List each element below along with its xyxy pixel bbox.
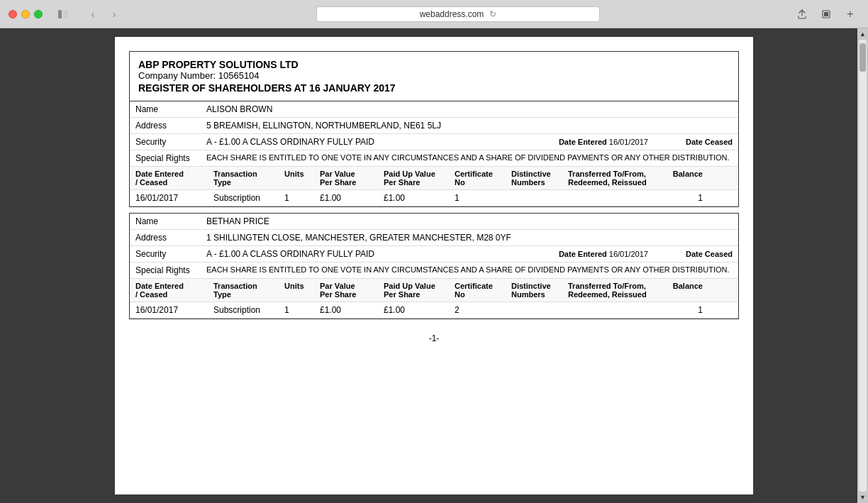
col-header-parval-2: Par ValuePer Share (320, 282, 384, 299)
date-entered-label-2: Date Entered (559, 250, 607, 258)
document-header: ABP PROPERTY SOLUTIONS LTD Company Numbe… (129, 51, 739, 101)
cell-date-1-1: 16/01/2017 (135, 193, 213, 203)
shareholder-section-2: Name BETHAN PRICE Address 1 SHILLINGTEN … (129, 213, 739, 319)
browser-chrome: ‹ › webaddress.com ↻ + (0, 0, 868, 28)
page-number: -1- (129, 333, 739, 343)
special-rights-label-2: Special Rights (135, 265, 206, 275)
date-entered-label-1: Date Entered (559, 138, 607, 146)
col-header-paidval-2: Paid Up ValuePer Share (384, 282, 455, 299)
cell-units-1-1: 1 (284, 193, 320, 203)
company-name: ABP PROPERTY SOLUTIONS LTD (138, 59, 730, 70)
new-tab-button[interactable] (817, 8, 835, 21)
company-number-label: Company Number: (138, 70, 216, 81)
address-value-1: 5 BREAMISH, ELLINGTON, NORTHUMBERLAND, N… (206, 121, 733, 131)
special-rights-row-1: Special Rights EACH SHARE IS ENTITLED TO… (130, 150, 738, 167)
nav-buttons: ‹ › (84, 8, 123, 21)
traffic-lights (9, 10, 43, 18)
col-header-transferred-1: Transferred To/From,Redeemed, Reissued (568, 170, 660, 187)
forward-button[interactable]: › (105, 8, 123, 21)
date-entered-value-1: 16/01/2017 (609, 138, 648, 146)
address-bar-container: webaddress.com ↻ (129, 6, 787, 22)
col-header-parval-1: Par ValuePer Share (320, 170, 384, 187)
share-button[interactable] (793, 8, 811, 21)
browser-actions: + (793, 8, 859, 21)
cell-parval-2-1: £1.00 (320, 305, 384, 315)
table-header-1: Date Entered/ Ceased TransactionType Uni… (130, 167, 738, 190)
add-tab-button[interactable]: + (841, 8, 859, 21)
name-row-2: Name BETHAN PRICE (130, 214, 738, 230)
back-button[interactable]: ‹ (84, 8, 102, 21)
scrollbar[interactable]: ▲ ▼ (857, 28, 868, 503)
security-label-2: Security (135, 249, 206, 259)
scroll-thumb[interactable] (859, 43, 866, 72)
address-bar[interactable]: webaddress.com ↻ (316, 6, 600, 22)
cell-distinct-1-1 (511, 193, 568, 203)
scroll-track[interactable] (859, 40, 867, 492)
register-title: REGISTER OF SHAREHOLDERS AT 16 JANUARY 2… (138, 82, 730, 94)
col-header-date-2: Date Entered/ Ceased (135, 282, 213, 299)
cell-paidval-1-1: £1.00 (384, 193, 455, 203)
maximize-button[interactable] (34, 10, 43, 18)
col-header-date-1: Date Entered/ Ceased (135, 170, 213, 187)
special-rights-row-2: Special Rights EACH SHARE IS ENTITLED TO… (130, 262, 738, 279)
cell-cert-2-1: 2 (455, 305, 511, 315)
security-row-1: Security A - £1.00 A CLASS ORDINARY FULL… (130, 134, 738, 150)
date-entered-group-1: Date Entered 16/01/2017 Date Ceased (559, 138, 733, 146)
cell-cert-1-1: 1 (455, 193, 511, 203)
svg-rect-0 (58, 10, 62, 18)
special-rights-text-2: EACH SHARE IS ENTITLED TO ONE VOTE IN AN… (206, 265, 733, 274)
cell-transferred-1-1 (568, 193, 660, 203)
address-label-1: Address (135, 121, 206, 131)
col-header-cert-2: CertificateNo (455, 282, 511, 299)
address-row-1: Address 5 BREAMISH, ELLINGTON, NORTHUMBE… (130, 118, 738, 134)
col-header-cert-1: CertificateNo (455, 170, 511, 187)
data-row-1-1: 16/01/2017 Subscription 1 £1.00 £1.00 1 … (130, 190, 738, 206)
date-entered-group-2: Date Entered 16/01/2017 Date Ceased (559, 250, 733, 258)
col-header-transferred-2: Transferred To/From,Redeemed, Reissued (568, 282, 660, 299)
page-area: ABP PROPERTY SOLUTIONS LTD Company Numbe… (0, 28, 868, 503)
col-header-distinct-1: DistinctiveNumbers (511, 170, 568, 187)
address-value-2: 1 SHILLINGTEN CLOSE, MANCHESTER, GREATER… (206, 233, 733, 243)
name-value-1: ALISON BROWN (206, 104, 733, 114)
security-value-2: A - £1.00 A CLASS ORDINARY FULLY PAID (206, 249, 559, 259)
scroll-down-arrow[interactable]: ▼ (859, 493, 867, 502)
date-entered-value-2: 16/01/2017 (609, 250, 648, 258)
col-header-trans-1: TransactionType (213, 170, 284, 187)
data-row-2-1: 16/01/2017 Subscription 1 £1.00 £1.00 2 … (130, 302, 738, 319)
reload-icon[interactable]: ↻ (489, 9, 496, 19)
col-header-distinct-2: DistinctiveNumbers (511, 282, 568, 299)
name-label-1: Name (135, 104, 206, 114)
col-header-balance-2: Balance (660, 282, 703, 299)
sidebar-toggle-button[interactable] (54, 8, 72, 21)
special-rights-text-1: EACH SHARE IS ENTITLED TO ONE VOTE IN AN… (206, 153, 733, 162)
scroll-up-arrow[interactable]: ▲ (859, 30, 867, 38)
cell-paidval-2-1: £1.00 (384, 305, 455, 315)
col-header-units-1: Units (284, 170, 320, 187)
col-header-trans-2: TransactionType (213, 282, 284, 299)
cell-trans-1-1: Subscription (213, 193, 284, 203)
cell-balance-2-1: 1 (660, 305, 703, 315)
cell-trans-2-1: Subscription (213, 305, 284, 315)
col-header-paidval-1: Paid Up ValuePer Share (384, 170, 455, 187)
cell-date-2-1: 16/01/2017 (135, 305, 213, 315)
close-button[interactable] (9, 10, 17, 18)
company-number: Company Number: 10565104 (138, 70, 730, 81)
date-ceased-label-2: Date Ceased (686, 250, 733, 258)
company-number-value: 10565104 (218, 70, 260, 81)
cell-distinct-2-1 (511, 305, 568, 315)
cell-transferred-2-1 (568, 305, 660, 315)
special-rights-label-1: Special Rights (135, 153, 206, 163)
svg-rect-1 (63, 10, 68, 18)
table-header-2: Date Entered/ Ceased TransactionType Uni… (130, 279, 738, 302)
cell-units-2-1: 1 (284, 305, 320, 315)
security-row-2: Security A - £1.00 A CLASS ORDINARY FULL… (130, 246, 738, 262)
name-value-2: BETHAN PRICE (206, 216, 733, 226)
minimize-button[interactable] (21, 10, 30, 18)
svg-rect-3 (824, 12, 828, 16)
col-header-balance-1: Balance (660, 170, 703, 187)
document-page: ABP PROPERTY SOLUTIONS LTD Company Numbe… (115, 37, 753, 494)
date-ceased-label-1: Date Ceased (686, 138, 733, 146)
cell-parval-1-1: £1.00 (320, 193, 384, 203)
shareholder-section-1: Name ALISON BROWN Address 5 BREAMISH, EL… (129, 101, 739, 207)
security-value-1: A - £1.00 A CLASS ORDINARY FULLY PAID (206, 137, 559, 147)
